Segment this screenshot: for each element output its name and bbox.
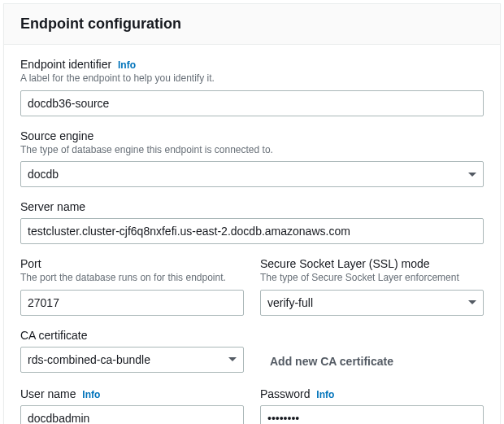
ssl-mode-label: Secure Socket Layer (SSL) mode <box>260 257 430 270</box>
endpoint-id-info-link[interactable]: Info <box>118 59 136 71</box>
ca-cert-value: rds-combined-ca-bundle <box>28 353 150 366</box>
source-engine-helper: The type of database engine this endpoin… <box>20 144 484 157</box>
server-name-field: Server name <box>20 200 484 244</box>
spacer <box>260 329 484 343</box>
ssl-mode-value: verify-full <box>267 296 313 309</box>
panel-title: Endpoint configuration <box>20 15 181 32</box>
port-helper: The port the database runs on for this e… <box>20 272 244 285</box>
ca-cert-label: CA certificate <box>20 329 87 342</box>
panel-header: Endpoint configuration <box>4 4 500 45</box>
port-input[interactable] <box>20 290 244 316</box>
user-name-info-link[interactable]: Info <box>82 389 100 400</box>
ssl-mode-select[interactable]: verify-full <box>260 290 484 316</box>
ca-cert-select[interactable]: rds-combined-ca-bundle <box>20 347 244 373</box>
source-engine-label: Source engine <box>20 129 93 142</box>
endpoint-config-panel: Endpoint configuration Endpoint identifi… <box>3 3 501 424</box>
user-name-input[interactable] <box>20 405 244 424</box>
add-ca-cert-col: Add new CA certificate <box>260 329 484 374</box>
source-engine-value: docdb <box>28 168 59 181</box>
password-input[interactable] <box>260 405 484 424</box>
port-field: Port The port the database runs on for t… <box>20 257 244 316</box>
endpoint-id-field: Endpoint identifier Info A label for the… <box>20 58 484 116</box>
ssl-mode-helper: The type of Secure Socket Layer enforcem… <box>260 272 484 285</box>
panel-body: Endpoint identifier Info A label for the… <box>4 45 500 424</box>
endpoint-id-input[interactable] <box>20 90 484 116</box>
password-label: Password <box>260 387 310 400</box>
user-name-field: User name Info <box>20 387 244 424</box>
add-ca-cert-button[interactable]: Add new CA certificate <box>260 348 484 374</box>
source-engine-field: Source engine The type of database engin… <box>20 129 484 188</box>
user-name-label: User name <box>20 387 76 400</box>
chevron-down-icon <box>228 357 237 361</box>
password-info-link[interactable]: Info <box>316 389 334 400</box>
source-engine-select[interactable]: docdb <box>20 161 484 187</box>
endpoint-id-helper: A label for the endpoint to help you ide… <box>20 72 484 85</box>
password-field: Password Info <box>260 387 484 424</box>
server-name-label: Server name <box>20 200 85 213</box>
server-name-input[interactable] <box>20 218 484 244</box>
ssl-mode-field: Secure Socket Layer (SSL) mode The type … <box>260 257 484 316</box>
ca-cert-field: CA certificate rds-combined-ca-bundle <box>20 329 244 374</box>
endpoint-id-label: Endpoint identifier <box>20 58 111 71</box>
chevron-down-icon <box>468 173 476 177</box>
chevron-down-icon <box>468 300 476 304</box>
port-label: Port <box>20 257 41 270</box>
